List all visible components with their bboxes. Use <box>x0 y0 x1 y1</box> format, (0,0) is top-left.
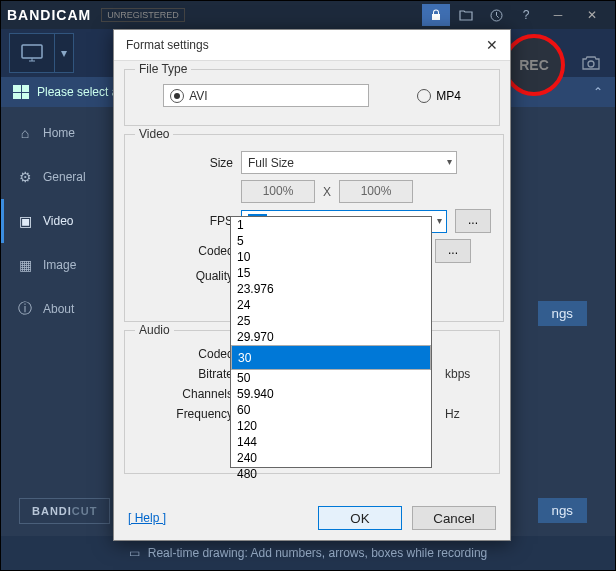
dialog-close-button[interactable]: ✕ <box>486 37 498 53</box>
audio-codec-label: Codec <box>137 347 233 361</box>
height-percent-input[interactable]: 100% <box>339 180 413 203</box>
fps-option[interactable]: 5 <box>231 233 431 249</box>
grid-icon <box>13 85 29 99</box>
svg-point-2 <box>588 61 594 67</box>
draw-icon: ▭ <box>129 546 140 560</box>
dialog-button-row: [ Help ] OK Cancel <box>114 506 510 530</box>
sidebar-item-image[interactable]: ▦Image <box>1 243 107 287</box>
help-icon[interactable]: ? <box>512 4 540 26</box>
sidebar: ⌂Home ⚙General ▣Video ▦Image ⓘAbout <box>1 111 107 331</box>
frequency-label: Frequency <box>137 407 233 421</box>
bandicut-promo[interactable]: BANDICUT <box>19 498 110 524</box>
fps-more-button[interactable]: ... <box>455 209 491 233</box>
gear-icon: ⚙ <box>17 169 33 185</box>
filetype-legend: File Type <box>135 62 191 76</box>
fps-option[interactable]: 30 <box>231 345 431 370</box>
camera-icon[interactable] <box>581 55 601 71</box>
cancel-button[interactable]: Cancel <box>412 506 496 530</box>
fps-option[interactable]: 50 <box>231 370 431 386</box>
filetype-avi-radio[interactable]: AVI <box>163 84 369 107</box>
bitrate-unit: kbps <box>445 367 470 381</box>
frequency-unit: Hz <box>445 407 460 421</box>
fps-option[interactable]: 10 <box>231 249 431 265</box>
sidebar-item-about[interactable]: ⓘAbout <box>1 287 107 331</box>
active-indicator <box>1 199 4 243</box>
home-icon: ⌂ <box>17 125 33 141</box>
help-link[interactable]: [ Help ] <box>128 511 166 525</box>
video-legend: Video <box>135 127 173 141</box>
channels-label: Channels <box>137 387 233 401</box>
ok-button[interactable]: OK <box>318 506 402 530</box>
close-button[interactable]: ✕ <box>575 1 609 29</box>
folder-icon[interactable] <box>452 4 480 26</box>
image-icon: ▦ <box>17 257 33 273</box>
bitrate-label: Bitrate <box>137 367 233 381</box>
app-logo: BANDICAM <box>7 7 91 23</box>
minimize-button[interactable]: ─ <box>541 1 575 29</box>
mode-dropdown-caret[interactable]: ▾ <box>55 33 74 73</box>
filetype-mp4-radio[interactable]: MP4 <box>417 84 461 107</box>
svg-rect-1 <box>22 45 42 58</box>
status-text: Real-time drawing: Add numbers, arrows, … <box>148 546 488 560</box>
info-icon: ⓘ <box>17 300 33 318</box>
video-icon: ▣ <box>17 213 33 229</box>
sidebar-item-home[interactable]: ⌂Home <box>1 111 107 155</box>
fps-option[interactable]: 1 <box>231 217 431 233</box>
codec-more-button[interactable]: ... <box>435 239 471 263</box>
fps-option[interactable]: 144 <box>231 434 431 450</box>
width-percent-input[interactable]: 100% <box>241 180 315 203</box>
quality-label: Quality <box>137 269 233 283</box>
fps-option[interactable]: 23.976 <box>231 281 431 297</box>
lock-icon[interactable] <box>422 4 450 26</box>
fps-option[interactable]: 15 <box>231 265 431 281</box>
fps-option[interactable]: 24 <box>231 297 431 313</box>
sidebar-item-video[interactable]: ▣Video <box>1 199 107 243</box>
screen-mode-button[interactable] <box>9 33 55 73</box>
title-bar: BANDICAM UNREGISTERED ? ─ ✕ <box>1 1 615 29</box>
x-label: X <box>323 185 331 199</box>
clock-icon[interactable] <box>482 4 510 26</box>
fps-option[interactable]: 480 <box>231 466 431 482</box>
target-select-label: Please select a <box>37 85 118 99</box>
fps-option[interactable]: 240 <box>231 450 431 466</box>
fps-dropdown-list[interactable]: 15101523.976242529.970305059.94060120144… <box>230 216 432 468</box>
video-settings-button[interactable]: ngs <box>538 301 588 326</box>
record-button[interactable]: REC <box>503 34 565 96</box>
fps-option[interactable]: 60 <box>231 402 431 418</box>
chevron-up-icon: ⌃ <box>593 85 603 99</box>
dialog-title: Format settings <box>126 38 209 52</box>
size-label: Size <box>137 156 233 170</box>
audio-settings-button[interactable]: ngs <box>538 498 588 523</box>
codec-label: Codec <box>137 244 233 258</box>
unregistered-badge: UNREGISTERED <box>101 8 185 22</box>
size-select[interactable]: Full Size▾ <box>241 151 457 174</box>
status-bar: ▭ Real-time drawing: Add numbers, arrows… <box>1 536 615 570</box>
fps-option[interactable]: 120 <box>231 418 431 434</box>
fps-option[interactable]: 29.970 <box>231 329 431 345</box>
sidebar-item-general[interactable]: ⚙General <box>1 155 107 199</box>
filetype-fieldset: File Type AVI MP4 <box>124 69 500 126</box>
dialog-title-bar: Format settings ✕ <box>114 30 510 61</box>
fps-option[interactable]: 25 <box>231 313 431 329</box>
audio-legend: Audio <box>135 323 174 337</box>
fps-label: FPS <box>137 214 233 228</box>
app-window: BANDICAM UNREGISTERED ? ─ ✕ ▾ REC Please… <box>0 0 616 571</box>
fps-option[interactable]: 59.940 <box>231 386 431 402</box>
